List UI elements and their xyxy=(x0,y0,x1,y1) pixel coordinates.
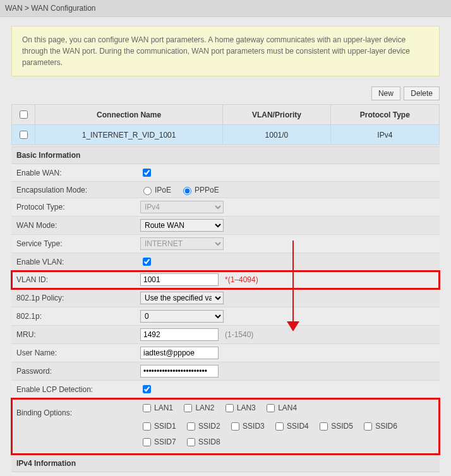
label-enable-vlan: Enable VLAN: xyxy=(11,254,138,270)
row-checkbox[interactable] xyxy=(20,131,28,139)
label-8021p: 802.1p: xyxy=(11,309,138,324)
table-row[interactable]: 1_INTERNET_R_VID_1001 1001/0 IPv4 xyxy=(12,125,440,145)
enable-wan-checkbox[interactable] xyxy=(143,169,151,177)
binding-ssid7-checkbox[interactable] xyxy=(143,438,151,446)
label-vlan-id: VLAN ID: xyxy=(11,272,138,287)
info-banner: On this page, you can configure WAN port… xyxy=(11,26,440,76)
dot1p-policy-select[interactable]: Use the specified value xyxy=(140,292,224,304)
select-all-checkbox[interactable] xyxy=(20,110,28,119)
binding-ssid3-checkbox[interactable] xyxy=(231,422,239,431)
label-service-type: Service Type: xyxy=(11,236,138,251)
binding-lan1-checkbox[interactable] xyxy=(143,404,151,412)
connection-table: Connection Name VLAN/Priority Protocol T… xyxy=(11,104,440,145)
binding-ssid2-checkbox[interactable] xyxy=(187,422,195,431)
password-input[interactable] xyxy=(140,365,219,378)
col-protocol-type: Protocol Type xyxy=(330,105,439,125)
new-button[interactable]: New xyxy=(371,86,400,100)
username-input[interactable] xyxy=(140,347,219,359)
label-binding-options: Binding Options: xyxy=(11,398,138,420)
dot1p-select[interactable]: 0 xyxy=(140,310,224,323)
label-mru: MRU: xyxy=(11,327,138,342)
delete-button[interactable]: Delete xyxy=(404,86,440,100)
binding-lan2-checkbox[interactable] xyxy=(184,404,192,412)
wan-mode-select[interactable]: Route WAN xyxy=(140,219,224,232)
binding-ssid8-checkbox[interactable] xyxy=(187,438,195,446)
label-protocol-type: Protocol Type: xyxy=(11,199,138,215)
binding-ssid6-checkbox[interactable] xyxy=(364,422,372,431)
binding-lan3-checkbox[interactable] xyxy=(226,404,234,412)
cell-vlan-priority: 1001/0 xyxy=(223,125,330,145)
label-ip-acquisition: IP Acquisition Mode: xyxy=(11,473,138,476)
label-enable-wan: Enable WAN: xyxy=(11,165,138,181)
label-username: User Name: xyxy=(11,345,138,360)
mru-input[interactable] xyxy=(140,328,219,341)
label-8021p-policy: 802.1p Policy: xyxy=(11,290,138,306)
binding-ssid5-checkbox[interactable] xyxy=(320,422,328,431)
vlan-id-hint: *(1–4094) xyxy=(225,275,258,284)
service-type-select[interactable]: INTERNET xyxy=(140,237,224,250)
cell-connection-name: 1_INTERNET_R_VID_1001 xyxy=(35,125,223,145)
cell-protocol-type: IPv4 xyxy=(330,125,439,145)
label-wan-mode: WAN Mode: xyxy=(11,218,138,233)
binding-ssid4-checkbox[interactable] xyxy=(275,422,284,431)
protocol-type-select[interactable]: IPv4 xyxy=(140,201,224,213)
label-encapsulation: Encapsulation Mode: xyxy=(11,182,138,198)
section-ipv4-info: IPv4 Information xyxy=(11,455,440,472)
col-vlan-priority: VLAN/Priority xyxy=(223,105,330,125)
binding-ssid1-checkbox[interactable] xyxy=(143,422,151,431)
binding-lan4-checkbox[interactable] xyxy=(267,404,275,412)
label-lcp-detection: Enable LCP Detection: xyxy=(11,382,138,397)
encap-pppoe-radio[interactable] xyxy=(183,187,191,195)
mru-hint: (1-1540) xyxy=(225,330,253,339)
label-password: Password: xyxy=(11,364,138,379)
encap-ipoe-radio[interactable] xyxy=(143,187,152,195)
breadcrumb: WAN > WAN Configuration xyxy=(0,0,451,17)
vlan-id-input[interactable] xyxy=(140,273,219,286)
section-basic-info: Basic Information xyxy=(11,146,440,164)
lcp-checkbox[interactable] xyxy=(143,385,151,393)
col-connection-name: Connection Name xyxy=(35,105,223,125)
enable-vlan-checkbox[interactable] xyxy=(143,258,151,266)
